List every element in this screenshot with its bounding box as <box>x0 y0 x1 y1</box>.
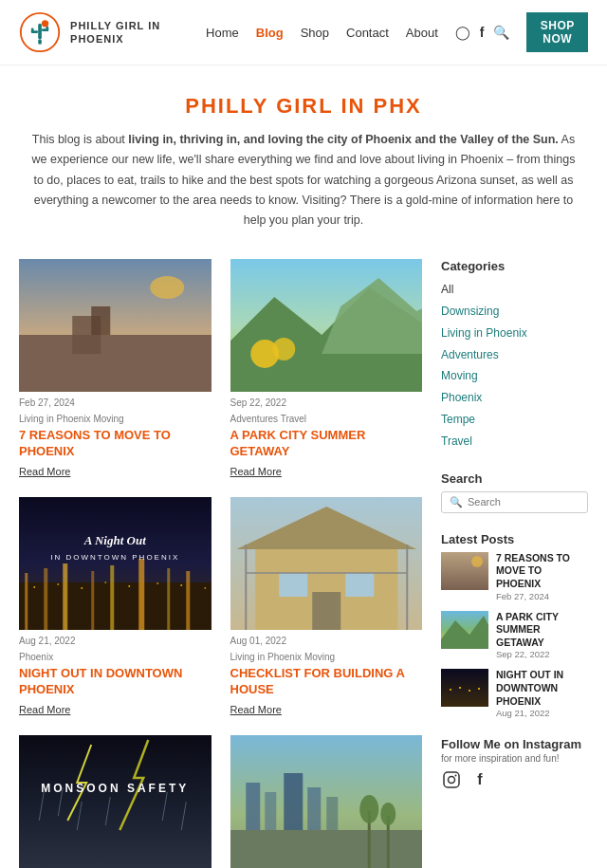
post-meta-4: Aug 01, 2022 <box>230 636 423 646</box>
category-travel[interactable]: Travel <box>441 431 588 452</box>
svg-point-73 <box>469 690 470 692</box>
latest-posts-heading: Latest Posts <box>441 532 588 546</box>
search-input[interactable] <box>468 496 579 508</box>
read-more-4[interactable]: Read More <box>230 704 282 715</box>
svg-rect-10 <box>19 335 212 392</box>
social-icons: f <box>441 769 588 790</box>
svg-rect-22 <box>63 563 67 630</box>
blog-card-6: Jul 25, 2022 Adventures Tempe ONE DAY IN… <box>230 735 423 868</box>
read-more-1[interactable]: Read More <box>19 466 70 477</box>
svg-text:IN DOWNTOWN PHOENIX: IN DOWNTOWN PHOENIX <box>50 553 179 562</box>
post-title-1: 7 REASONS TO MOVE TO PHOENIX <box>19 428 212 460</box>
post-image-3: A Night Out IN DOWNTOWN PHOENIX <box>19 497 212 630</box>
blog-card-5: MONSOON SAFETY Jul 25, 2022 Living in Ph… <box>19 735 212 868</box>
category-all[interactable]: All <box>441 279 588 301</box>
latest-post-title-3: NIGHT OUT IN DOWNTOWN PHOENIX <box>496 669 588 708</box>
facebook-icon[interactable]: f <box>480 25 485 40</box>
latest-post-info-3: NIGHT OUT IN DOWNTOWN PHOENIX Aug 21, 20… <box>496 669 588 718</box>
svg-rect-25 <box>138 559 144 630</box>
category-living-in-phoenix[interactable]: Living in Phoenix <box>441 323 588 344</box>
shop-now-button[interactable]: SHOP NOW <box>526 12 588 52</box>
site-header: PHILLY GIRL IN PHOENIX Home Blog Shop Co… <box>0 0 607 65</box>
facebook-follow-icon[interactable]: f <box>469 769 490 790</box>
nav-about[interactable]: About <box>406 26 438 40</box>
category-phoenix[interactable]: Phoenix <box>441 387 588 409</box>
svg-rect-27 <box>186 571 190 630</box>
svg-rect-41 <box>279 573 307 597</box>
latest-post-info-1: 7 REASONS TO MOVE TO PHOENIX Feb 27, 202… <box>496 552 588 601</box>
svg-rect-75 <box>444 772 459 787</box>
nav-home[interactable]: Home <box>206 26 239 40</box>
blog-card-3: A Night Out IN DOWNTOWN PHOENIX Aug 21, … <box>19 497 212 716</box>
post-categories-2: Adventures Travel <box>230 414 423 424</box>
svg-point-65 <box>380 803 395 825</box>
latest-post-title-2: A PARK CITY SUMMER GETAWAY <box>496 611 588 650</box>
svg-point-28 <box>33 586 35 588</box>
latest-post-info-2: A PARK CITY SUMMER GETAWAY Sep 22, 2022 <box>496 611 588 660</box>
category-tempe[interactable]: Tempe <box>441 409 588 431</box>
follow-section: Follow Me on Instagram for more inspirat… <box>441 737 588 790</box>
instagram-follow-icon[interactable] <box>441 769 462 790</box>
nav-contact[interactable]: Contact <box>346 26 389 40</box>
svg-rect-42 <box>345 573 374 597</box>
svg-text:A Night Out: A Night Out <box>83 533 146 547</box>
main-layout: Feb 27, 2024 Living in Phoenix Moving 7 … <box>0 240 607 868</box>
svg-point-31 <box>104 582 106 583</box>
search-section: Search 🔍 <box>441 471 588 513</box>
post-categories-1: Living in Phoenix Moving <box>19 414 212 424</box>
svg-rect-23 <box>91 571 94 630</box>
nav-shop[interactable]: Shop <box>301 26 329 40</box>
svg-point-17 <box>272 338 295 360</box>
svg-point-34 <box>180 584 182 586</box>
svg-point-30 <box>81 587 83 589</box>
page-description: This blog is about living in, thriving i… <box>28 130 579 231</box>
svg-rect-24 <box>110 565 114 630</box>
nav-blog[interactable]: Blog <box>256 26 284 40</box>
blog-grid: Feb 27, 2024 Living in Phoenix Moving 7 … <box>19 259 422 868</box>
follow-heading: Follow Me on Instagram <box>441 737 588 751</box>
latest-post-title-1: 7 REASONS TO MOVE TO PHOENIX <box>496 552 588 591</box>
post-categories-3: Phoenix <box>19 652 212 662</box>
svg-rect-21 <box>44 568 47 630</box>
follow-sub: for more inspiration and fun! <box>441 753 588 764</box>
svg-point-9 <box>150 276 184 299</box>
post-meta-1: Feb 27, 2024 <box>19 397 212 408</box>
post-meta-2: Sep 22, 2022 <box>230 397 423 408</box>
svg-rect-6 <box>38 39 42 45</box>
logo-text: PHILLY GIRL IN PHOENIX <box>70 19 206 46</box>
post-image-5: MONSOON SAFETY <box>19 735 212 868</box>
svg-rect-47 <box>19 735 212 868</box>
svg-point-33 <box>156 582 158 584</box>
svg-rect-61 <box>230 830 423 868</box>
svg-point-74 <box>478 688 480 690</box>
latest-post-date-1: Feb 27, 2024 <box>496 591 588 601</box>
svg-point-32 <box>128 585 130 587</box>
category-moving[interactable]: Moving <box>441 365 588 387</box>
svg-point-63 <box>359 795 378 823</box>
read-more-2[interactable]: Read More <box>230 466 282 477</box>
blog-card-2: Sep 22, 2022 Adventures Travel A PARK CI… <box>230 259 423 478</box>
read-more-3[interactable]: Read More <box>19 704 70 715</box>
search-box: 🔍 <box>441 491 588 513</box>
svg-rect-43 <box>312 592 340 630</box>
svg-point-71 <box>450 689 451 691</box>
instagram-icon[interactable]: ◯ <box>455 25 470 40</box>
post-image-2 <box>230 259 423 392</box>
svg-rect-26 <box>167 568 170 630</box>
svg-point-72 <box>459 687 461 689</box>
latest-post-1: 7 REASONS TO MOVE TO PHOENIX Feb 27, 202… <box>441 552 588 601</box>
logo-area: PHILLY GIRL IN PHOENIX <box>19 9 206 55</box>
svg-rect-66 <box>441 552 488 590</box>
svg-rect-3 <box>31 28 34 33</box>
svg-point-7 <box>42 20 48 27</box>
latest-post-date-2: Sep 22, 2022 <box>496 649 588 659</box>
categories-section: Categories All Downsizing Living in Phoe… <box>441 259 588 452</box>
post-title-2: A PARK CITY SUMMER GETAWAY <box>230 428 423 460</box>
category-adventures[interactable]: Adventures <box>441 344 588 366</box>
page-title: PHILLY GIRL IN PHX <box>19 94 588 119</box>
search-icon[interactable]: 🔍 <box>493 25 509 40</box>
post-title-3: NIGHT OUT IN DOWNTOWN PHOENIX <box>19 666 212 698</box>
category-downsizing[interactable]: Downsizing <box>441 301 588 323</box>
blog-card-4: Aug 01, 2022 Living in Phoenix Moving CH… <box>230 497 423 716</box>
svg-rect-5 <box>46 27 48 32</box>
